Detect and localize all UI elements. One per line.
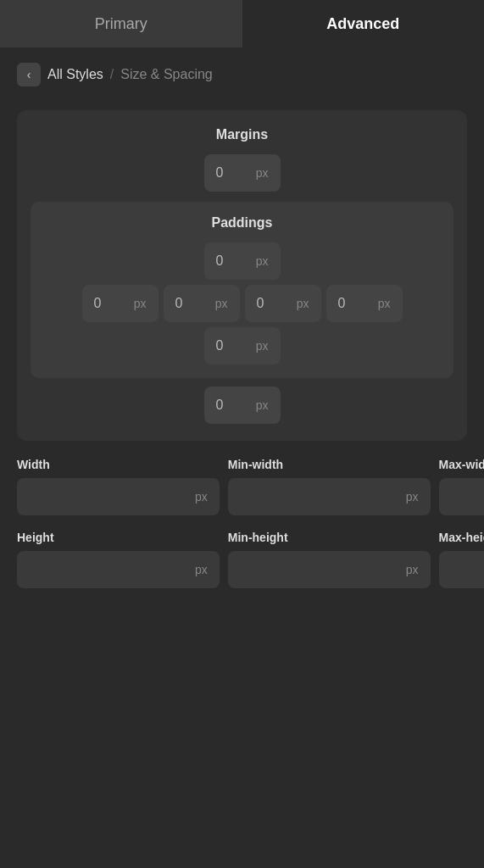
padding-inner-right-input-box: px	[245, 285, 321, 322]
height-label: Height	[17, 531, 220, 544]
tab-primary[interactable]: Primary	[0, 0, 242, 47]
padding-inner-left-input[interactable]	[175, 296, 201, 311]
spacing-section: Margins px Paddings px	[17, 110, 467, 441]
padding-bottom-input[interactable]	[216, 338, 242, 353]
height-unit: px	[195, 563, 208, 576]
min-height-label: Min-height	[228, 531, 431, 544]
min-width-label: Min-width	[228, 458, 431, 471]
main-content: Margins px Paddings px	[0, 102, 484, 629]
max-height-label: Max-height	[439, 531, 484, 544]
padding-bottom-unit: px	[256, 339, 269, 353]
min-width-input[interactable]	[240, 490, 401, 504]
margin-bottom-input[interactable]	[216, 398, 242, 413]
min-width-unit: px	[406, 490, 419, 504]
min-height-input-box: px	[228, 551, 431, 588]
padding-bottom-input-box: px	[204, 327, 281, 364]
padding-left-input-box: px	[82, 285, 159, 322]
width-label: Width	[17, 458, 220, 471]
max-height-input[interactable]	[451, 563, 484, 577]
paddings-middle-row: px px px px	[82, 285, 403, 322]
breadcrumb-current: Size & Spacing	[120, 67, 213, 82]
padding-right-input-box: px	[326, 285, 403, 322]
height-input-box: px	[17, 551, 220, 588]
margin-top-unit: px	[256, 166, 269, 180]
height-item: Height px	[17, 531, 220, 588]
paddings-group: Paddings px px px	[31, 202, 453, 378]
padding-top-unit: px	[256, 254, 269, 268]
height-group: Height px Min-height px Max-height px	[17, 531, 467, 588]
padding-inner-left-input-box: px	[164, 285, 240, 322]
margins-group: Margins px	[31, 127, 453, 192]
margin-top-input[interactable]	[216, 165, 242, 181]
min-width-input-box: px	[228, 478, 431, 515]
padding-right-input[interactable]	[338, 296, 364, 311]
max-width-input[interactable]	[451, 490, 484, 504]
width-group: Width px Min-width px Max-width px	[17, 458, 467, 515]
paddings-grid: px px px px	[41, 242, 443, 364]
min-height-item: Min-height px	[228, 531, 431, 588]
margin-bottom-row: px	[31, 387, 453, 424]
min-height-unit: px	[406, 563, 419, 576]
breadcrumb: ‹ All Styles / Size & Spacing	[0, 47, 484, 102]
max-width-label: Max-width	[439, 458, 484, 471]
padding-right-unit: px	[378, 297, 391, 310]
width-input-box: px	[17, 478, 220, 515]
paddings-title: Paddings	[41, 215, 443, 231]
tab-advanced[interactable]: Advanced	[242, 0, 485, 47]
max-height-item: Max-height px	[439, 531, 484, 588]
margin-top-input-box: px	[204, 154, 281, 192]
chevron-left-icon: ‹	[27, 68, 31, 81]
padding-top-input[interactable]	[216, 253, 242, 269]
margin-bottom-unit: px	[256, 398, 269, 412]
padding-top-input-box: px	[204, 242, 281, 280]
min-width-item: Min-width px	[228, 458, 431, 515]
padding-inner-left-unit: px	[215, 297, 228, 310]
tab-bar: Primary Advanced	[0, 0, 484, 47]
padding-inner-right-input[interactable]	[257, 296, 282, 311]
width-unit: px	[195, 490, 208, 504]
dimensions-section: Width px Min-width px Max-width px	[17, 458, 467, 588]
width-input[interactable]	[29, 490, 190, 504]
margins-top-row: px	[31, 154, 453, 192]
height-input[interactable]	[29, 563, 190, 577]
max-width-item: Max-width px	[439, 458, 484, 515]
margin-bottom-input-box: px	[204, 387, 281, 424]
breadcrumb-link[interactable]: All Styles	[47, 67, 103, 82]
min-height-input[interactable]	[240, 563, 401, 577]
width-item: Width px	[17, 458, 220, 515]
max-height-input-box: px	[439, 551, 484, 588]
margins-title: Margins	[31, 127, 453, 142]
max-width-input-box: px	[439, 478, 484, 515]
padding-left-unit: px	[134, 297, 147, 310]
back-button[interactable]: ‹	[17, 63, 41, 86]
breadcrumb-separator: /	[110, 67, 114, 82]
padding-inner-right-unit: px	[297, 297, 309, 310]
padding-left-input[interactable]	[94, 296, 120, 311]
